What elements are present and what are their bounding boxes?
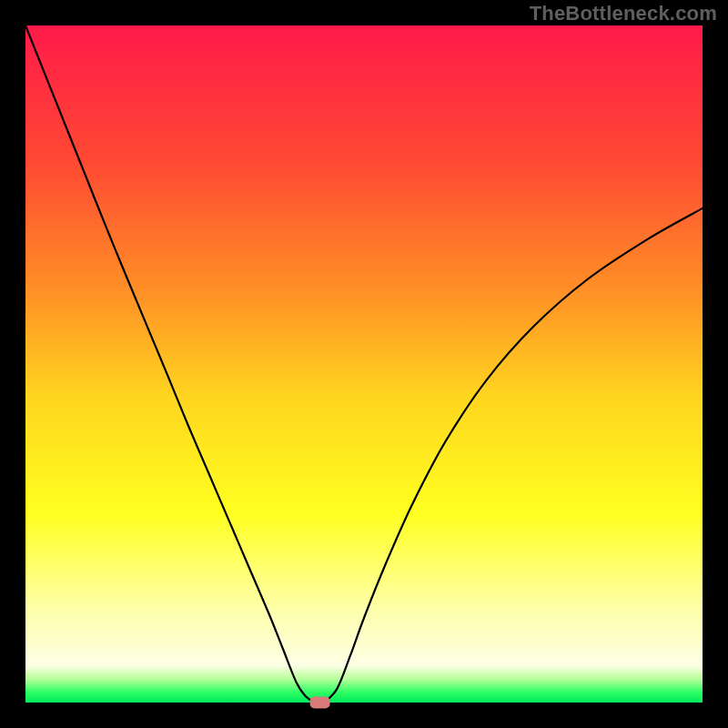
optimum-marker — [310, 697, 330, 709]
chart-frame: TheBottleneck.com — [0, 0, 728, 728]
bottleneck-chart — [0, 0, 728, 728]
plot-background — [25, 25, 703, 703]
